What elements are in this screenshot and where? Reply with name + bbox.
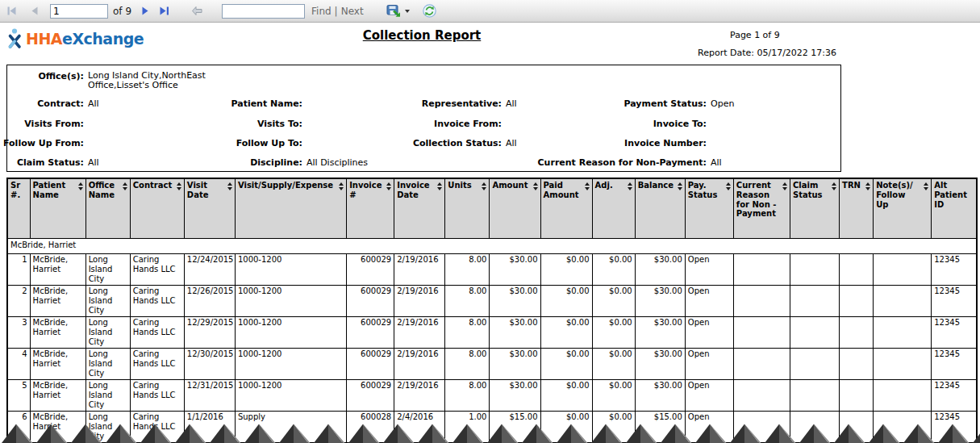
cell-sr: 4 (7, 348, 30, 379)
cell-visit-supply-expense: 1000-1200 (235, 285, 346, 316)
col-header-label: Invoice Date (397, 181, 442, 200)
filter-contract-value: All (88, 98, 99, 109)
sort-arrows-icon[interactable] (227, 182, 232, 190)
sort-arrows-icon[interactable] (177, 182, 181, 190)
col-header-contract[interactable]: Contract (130, 178, 184, 238)
col-header-current-reason[interactable]: Current Reason for Non - Payment (733, 178, 790, 238)
cell-patient-name: McBride, Harriet (30, 316, 85, 348)
sort-arrows-icon[interactable] (533, 182, 538, 190)
cell-contract: Caring Hands LLC (130, 379, 184, 411)
col-header-label: Invoice # (349, 181, 391, 200)
cell-claim-status (790, 411, 839, 443)
cell-alt-patient-id: 12345 (932, 316, 977, 348)
cell-trn (840, 316, 874, 348)
sort-arrows-icon[interactable] (339, 182, 344, 190)
col-header-adj[interactable]: Adj. (592, 178, 635, 238)
filter-offices: Office(s): Long Island City,NorthEast Of… (88, 71, 206, 90)
col-header-label: Note(s)/ Follow Up (876, 181, 928, 209)
col-header-visit-date[interactable]: Visit Date (184, 178, 235, 238)
last-page-button[interactable] (157, 4, 172, 19)
cell-claim-status (790, 316, 839, 348)
filter-invoice-to-label: Invoice To: (653, 119, 711, 129)
sort-arrows-icon[interactable] (78, 182, 83, 190)
previous-page-button[interactable] (27, 4, 42, 19)
export-button[interactable] (386, 4, 410, 18)
sort-arrows-icon[interactable] (832, 182, 836, 190)
col-header-trn[interactable]: TRN (840, 178, 874, 238)
sort-arrows-icon[interactable] (726, 182, 731, 190)
table-row: 6McBride, HarrietLong Island CityCaring … (7, 411, 977, 443)
filter-payment-status-value: Open (711, 98, 734, 109)
col-header-pay-status[interactable]: Pay. Status (685, 178, 733, 238)
col-header-paid-amount[interactable]: Paid Amount (540, 178, 592, 238)
col-header-label: Contract (133, 181, 181, 190)
sort-arrows-icon[interactable] (924, 182, 928, 190)
cell-contract: Caring Hands LLC (130, 348, 184, 379)
col-header-label: Sr #. (10, 181, 27, 200)
filter-offices-label: Office(s): (38, 71, 88, 81)
col-header-amount[interactable]: Amount (490, 178, 540, 238)
sort-arrows-icon[interactable] (482, 182, 486, 190)
sort-arrows-icon[interactable] (386, 182, 391, 190)
cell-amount: $30.00 (490, 285, 540, 316)
filter-invoice-number-label: Invoice Number: (624, 138, 711, 148)
sort-arrows-icon[interactable] (782, 182, 787, 190)
cell-paid-amount: $0.00 (540, 348, 592, 379)
filter-collection-status: Collection Status: All (506, 138, 517, 148)
cell-trn (840, 253, 874, 285)
next-link[interactable]: Next (341, 6, 364, 17)
cell-patient-name: McBride, Harriet (30, 285, 85, 316)
cell-visit-date: 1/1/2016 (184, 411, 235, 443)
col-header-office-name[interactable]: Office Name (85, 178, 130, 238)
cell-amount: $30.00 (490, 253, 540, 285)
col-header-units[interactable]: Units (445, 178, 490, 238)
sort-arrows-icon[interactable] (123, 182, 127, 190)
col-header-label: Amount (492, 181, 537, 190)
parent-report-button[interactable] (190, 4, 204, 19)
col-header-patient-name[interactable]: Patient Name (30, 178, 85, 238)
cell-balance: $30.00 (635, 379, 685, 411)
filter-contract-label: Contract: (37, 98, 88, 109)
cell-alt-patient-id: 12345 (932, 253, 977, 285)
col-header-invoice-date[interactable]: Invoice Date (394, 178, 445, 238)
col-header-claim-status[interactable]: Claim Status (790, 178, 839, 238)
col-header-label: Balance (638, 181, 682, 190)
cell-amount: $30.00 (490, 348, 540, 379)
export-floppy-icon (386, 4, 402, 18)
col-header-notes-follow-up[interactable]: Note(s)/ Follow Up (874, 178, 932, 238)
cell-office-name: Long Island City (85, 348, 130, 379)
sort-arrows-icon[interactable] (628, 182, 632, 190)
cell-contract: Caring Hands LLC (130, 253, 184, 285)
sort-arrows-icon[interactable] (437, 182, 442, 190)
first-page-button[interactable] (5, 4, 19, 19)
cell-invoice-date: 2/4/2016 (394, 411, 445, 443)
filter-payment-status: Payment Status: Open (711, 98, 734, 109)
cell-paid-amount: $0.00 (540, 411, 592, 443)
cell-contract: Caring Hands LLC (130, 411, 184, 443)
cell-office-name: Long Island City (85, 411, 130, 443)
col-header-visit-supply-expense[interactable]: Visit/Supply/Expense (235, 178, 346, 238)
refresh-button[interactable] (423, 4, 436, 18)
cell-amount: $30.00 (490, 316, 540, 348)
cell-visit-date: 12/24/2015 (184, 253, 235, 285)
find-text-input[interactable] (222, 4, 305, 19)
next-page-button[interactable] (138, 4, 152, 19)
filter-visits-to-label: Visits To: (257, 119, 307, 129)
cell-trn (840, 285, 874, 316)
filter-claim-status: Claim Status: All (88, 157, 99, 168)
cell-invoice-number: 600029 (347, 348, 394, 379)
col-header-balance[interactable]: Balance (635, 178, 685, 238)
cell-invoice-date: 2/19/2016 (394, 253, 445, 285)
page-number-input[interactable] (50, 4, 108, 19)
cell-patient-name: McBride, Harriet (30, 379, 85, 411)
sort-arrows-icon[interactable] (585, 182, 590, 190)
cell-notes-follow-up (874, 348, 932, 379)
sort-arrows-icon[interactable] (678, 182, 682, 190)
cell-notes-follow-up (874, 411, 932, 443)
cell-visit-supply-expense: 1000-1200 (235, 253, 346, 285)
sort-arrows-icon[interactable] (865, 182, 870, 190)
cell-balance: $30.00 (635, 316, 685, 348)
report-toolbar: of 9 Find|Next (0, 0, 980, 23)
col-header-invoice-number[interactable]: Invoice # (347, 178, 394, 238)
find-link[interactable]: Find (311, 6, 332, 17)
